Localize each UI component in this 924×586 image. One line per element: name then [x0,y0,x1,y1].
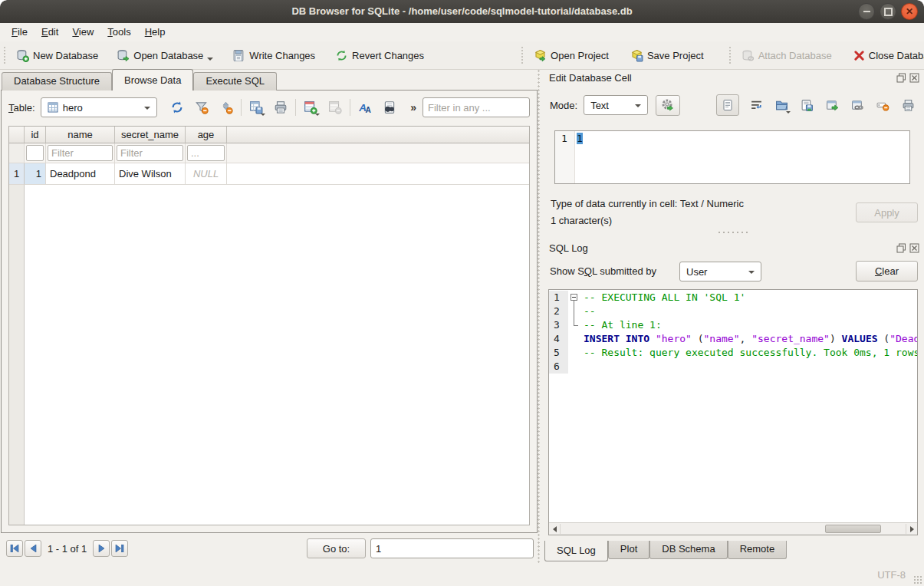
attach-database-label: Attach Database [758,50,832,61]
next-page-button[interactable] [93,540,110,557]
new-database-button[interactable]: New Database [11,46,104,65]
cell-secret-name[interactable]: Dive Wilson [115,163,186,185]
mode-combobox[interactable]: Text [584,95,648,115]
toolbar-drag-handle[interactable] [4,47,5,64]
export-cell-data-button[interactable] [797,96,816,114]
toolbar-drag-handle[interactable] [521,47,523,64]
tab-browse-data[interactable]: Browse Data [112,69,193,91]
close-button[interactable]: ✕ [901,3,918,20]
filter-input-name[interactable] [48,145,113,161]
dock-tab-db-schema[interactable]: DB Schema [649,541,727,559]
sql-log-view[interactable]: 1-- EXECUTING ALL IN 'SQL 1'2--3-- At li… [548,289,918,535]
tab-execute-sql[interactable]: Execute SQL [193,72,277,91]
apply-button[interactable]: Apply [856,202,918,222]
scroll-right-button[interactable] [906,524,917,534]
column-header-secret-name[interactable]: secret_name [115,127,186,143]
goto-button[interactable]: Go to: [307,538,366,558]
titlebar[interactable]: DB Browser for SQLite - /home/user/code/… [0,0,924,24]
toolbar-overflow-chevron[interactable]: » [410,101,416,114]
menu-file[interactable]: File [5,23,35,41]
scrollbar-thumb[interactable] [825,525,881,533]
auto-apply-format-button[interactable] [656,95,680,116]
delete-record-button[interactable] [326,98,344,117]
filter-any-column-input[interactable] [423,97,530,117]
cell-id[interactable]: 1 [25,163,46,185]
text-mode-button[interactable] [716,94,739,116]
close-icon: ✕ [906,7,913,16]
toolbar-separator [350,99,350,116]
column-header-name[interactable]: name [46,127,115,143]
word-wrap-button[interactable] [747,96,765,114]
scroll-left-button[interactable] [549,524,561,534]
refresh-button[interactable] [168,98,186,117]
close-dock-icon[interactable] [909,73,919,83]
clear-sorting-button[interactable] [217,98,235,117]
open-project-button[interactable]: Open Project [528,46,614,65]
open-database-dropdown-icon[interactable] [207,58,213,61]
cell-name[interactable]: Deadpond [46,163,115,185]
resize-grip[interactable] [913,575,922,584]
dropdown-caret-icon [315,114,320,116]
save-project-button[interactable]: Save Project [625,46,709,65]
row-header[interactable]: 1 [9,163,25,185]
filter-input-id[interactable] [26,145,44,161]
editor-content[interactable]: 1 [575,131,909,183]
fold-margin[interactable] [568,291,580,305]
dock-tab-plot[interactable]: Plot [608,541,649,559]
attach-database-button[interactable]: Attach Database [736,46,837,65]
tab-database-structure[interactable]: Database Structure [2,72,112,91]
column-header-id[interactable]: id [25,127,46,143]
open-in-external-button[interactable] [823,96,841,114]
close-dock-icon[interactable] [909,243,919,253]
menu-tools[interactable]: Tools [100,23,137,41]
maximize-button[interactable] [880,3,896,20]
write-changes-button[interactable]: Write Changes [227,46,321,65]
window-title: DB Browser for SQLite - /home/user/code/… [0,0,924,23]
dock-tab-sql-log[interactable]: SQL Log [544,541,608,561]
menu-help[interactable]: Help [138,23,173,41]
menu-edit[interactable]: Edit [35,23,65,41]
insert-record-button[interactable] [301,98,320,117]
close-database-button[interactable]: Close Database [848,47,924,64]
last-page-button[interactable] [111,540,128,557]
dock-tab-remote[interactable]: Remote [728,541,788,559]
clear-filters-button[interactable] [192,98,211,117]
column-header-age[interactable]: age [186,127,227,143]
cell-value-editor[interactable]: 1 1 [554,130,910,184]
font-settings-button[interactable]: AA [356,98,374,117]
filter-cell-spacer [227,143,529,163]
fold-margin [568,346,580,360]
grid-empty-area[interactable] [25,185,529,525]
filter-input-secret-name[interactable] [117,145,183,161]
float-dock-icon[interactable] [896,243,906,253]
clear-log-button[interactable]: Clear [856,261,918,281]
float-dock-icon[interactable] [896,73,906,83]
save-table-view-button[interactable] [247,98,265,117]
goto-record-input[interactable] [370,538,534,558]
print-table-button[interactable] [271,98,290,117]
print-cell-button[interactable] [899,96,917,114]
sql-log-hscrollbar[interactable] [549,522,917,535]
menu-view[interactable]: View [65,23,100,41]
first-page-button[interactable] [6,540,23,557]
sql-log-source-combobox[interactable]: User [679,262,761,281]
save-table-view-icon [249,100,263,114]
grid-corner[interactable] [9,127,25,143]
browse-data-panel: Table: hero [1,90,538,533]
open-database-button[interactable]: Open Database [111,46,209,65]
import-cell-data-button[interactable] [772,96,791,114]
previous-page-button[interactable] [25,540,41,557]
toolbar-drag-handle[interactable] [729,47,731,64]
menubar: File Edit View Tools Help [0,23,924,41]
copy-link-button[interactable] [848,96,866,114]
dock-splitter-handle[interactable] [717,230,749,235]
fold-collapse-icon[interactable] [571,294,577,301]
table-combobox[interactable]: hero [41,97,157,117]
revert-changes-button[interactable]: Revert Changes [330,46,429,65]
set-null-button[interactable] [873,96,892,114]
find-in-table-button[interactable] [380,98,399,117]
cell-age-null[interactable]: NULL [186,163,227,185]
filter-input-age[interactable] [187,145,225,161]
minimize-button[interactable] [858,3,875,20]
write-changes-icon [232,49,245,62]
